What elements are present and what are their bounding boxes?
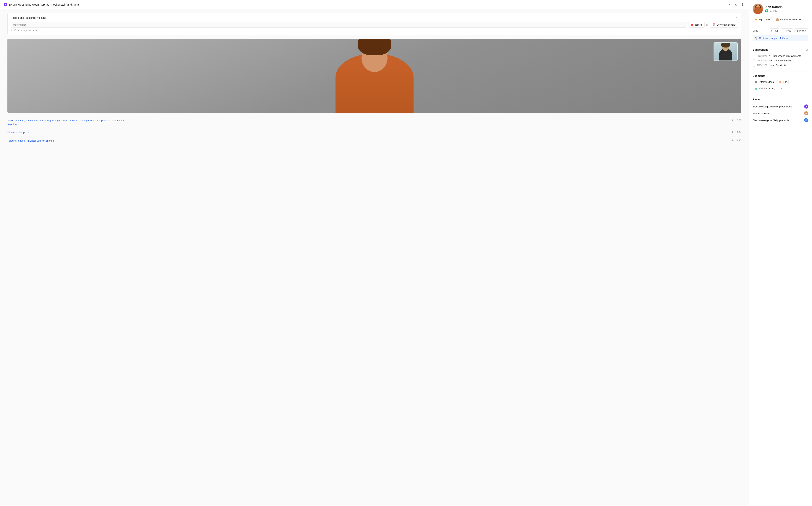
video-main — [7, 38, 741, 113]
recent-avatar-1: A — [804, 104, 808, 108]
suggestion-circle-icon-1 — [753, 55, 755, 57]
person-avatar-icon — [776, 18, 779, 21]
segments-grid: ▦ Enterprise Plan ▦ VIP ▦ 30-100M fundin… — [753, 80, 808, 91]
transcript-area: Public roadmap, each one of them is requ… — [7, 116, 741, 149]
record-card-header: Record and transcribe meeting ✕ — [11, 16, 738, 20]
content-area: Record and transcribe meeting ✕ Record o… — [0, 9, 749, 506]
expand-button[interactable]: ∧ — [733, 2, 738, 7]
video-thumbnail — [714, 42, 738, 61]
record-input-row: Record or 📅 Connect calendar — [11, 22, 738, 28]
divider-2 — [753, 44, 808, 44]
meeting-link-input[interactable] — [11, 22, 687, 28]
company-logo-icon: M — [765, 9, 768, 12]
suggestion-circle-icon-2 — [753, 59, 755, 62]
header-bar: ● 30 Min Meeting between Raphael Flecken… — [0, 0, 749, 9]
transcript-time-1: 12:38 — [732, 119, 741, 121]
priority-label: High priority — [758, 18, 770, 21]
recent-text-3: Slack message in #tixity-productla — [753, 119, 804, 122]
link-section: Link 🏷 Tag ✓ Issue ▦ Project 🏠 Customer … — [753, 28, 808, 41]
play-icon-1 — [732, 119, 734, 121]
video-container — [7, 38, 741, 113]
link-section-header: Link 🏷 Tag ✓ Issue ▦ Project — [753, 28, 808, 33]
suggestion-item-3[interactable]: PRO-2160 Hover Shortcuts — [753, 63, 808, 68]
linked-item[interactable]: 🏠 Customer support platform — [753, 35, 808, 41]
segment-enterprise[interactable]: ▦ Enterprise Plan — [753, 80, 776, 84]
recent-item-3[interactable]: Slack message in #tixity-productla M — [753, 117, 808, 124]
right-sidebar: Ann-Kathrin M Mintlify High priority Rap… — [749, 0, 812, 506]
person-badge[interactable]: Raphael Fleckenstein — [774, 17, 803, 22]
priority-icon — [755, 18, 757, 21]
transcript-time-3: 21:17 — [732, 139, 741, 142]
recent-text-1: Slack message in #tixity-productlane — [753, 105, 804, 108]
transcript-time-2: 14:44 — [732, 131, 741, 134]
tag-button[interactable]: 🏷 Tag — [769, 28, 780, 33]
segments-section: Segments ▦ Enterprise Plan ▦ VIP ▦ 30-10… — [753, 74, 808, 91]
add-segment-button[interactable]: + — [779, 86, 784, 91]
or-separator: or — [706, 23, 708, 26]
suggestions-title: Suggestions — [753, 48, 768, 51]
recent-avatar-2: W — [804, 111, 808, 115]
more-options-button[interactable]: ⋮ — [740, 2, 745, 7]
suggestions-collapse-button[interactable]: ∧ — [806, 48, 808, 52]
issue-icon: ✓ — [783, 29, 785, 32]
segments-title: Segments — [753, 74, 808, 77]
close-button[interactable]: ✕ — [735, 16, 738, 20]
transcript-item-2[interactable]: Whatsapp Support? 14:44 — [7, 129, 741, 137]
meeting-icon: ● — [4, 3, 7, 6]
header-title-row: ● 30 Min Meeting between Raphael Flecken… — [4, 3, 79, 6]
calendar-icon: 📅 — [713, 23, 716, 26]
transcript-item-3[interactable]: Feature Request: In Linear you can chang… — [7, 137, 741, 145]
thumbnail-bg — [714, 43, 737, 61]
recent-section: Recent Slack message in #tixity-productl… — [753, 98, 808, 124]
segment-funding[interactable]: ▦ 30-100M funding — [753, 86, 777, 91]
recent-item-1[interactable]: Slack message in #tixity-productlane A — [753, 103, 808, 110]
contact-header: Ann-Kathrin M Mintlify — [753, 4, 808, 14]
enterprise-icon: ▦ — [755, 81, 757, 83]
header-actions: ∨ ∧ ⋮ — [727, 2, 745, 7]
suggestion-id-2: PRO-2160 — [757, 59, 767, 62]
priority-badge[interactable]: High priority — [753, 17, 772, 22]
home-icon: 🏠 — [755, 36, 758, 39]
segment-vip-label: VIP — [783, 81, 787, 83]
segment-enterprise-label: Enterprise Plan — [758, 81, 774, 83]
vip-icon: ▦ — [779, 81, 782, 83]
suggestion-text-2: Add slash commands — [769, 59, 792, 62]
contact-name: Ann-Kathrin — [765, 5, 808, 9]
issue-button[interactable]: ✓ Issue — [781, 28, 793, 33]
segment-vip[interactable]: ▦ VIP — [777, 80, 789, 84]
recordings-count: 0 / 10 recordings this month — [11, 29, 738, 32]
suggestions-section: Suggestions ∧ PRO-3249 AI Suggestions im… — [753, 48, 808, 68]
funding-icon: ▦ — [755, 87, 757, 90]
transcript-item-1[interactable]: Public roadmap, each one of them is requ… — [7, 116, 741, 129]
person-label: Raphael Fleckenstein — [780, 18, 801, 21]
collapse-button[interactable]: ∨ — [727, 2, 732, 7]
project-icon: ▦ — [796, 29, 799, 32]
person-hair — [358, 38, 391, 55]
tag-icon: 🏷 — [771, 29, 773, 32]
divider-4 — [753, 95, 808, 95]
suggestion-text-3: Hover Shortcuts — [769, 64, 786, 67]
suggestion-text-1: AI Suggestions improvements — [769, 55, 801, 57]
suggestion-id-1: PRO-3249 — [757, 55, 767, 57]
record-card: Record and transcribe meeting ✕ Record o… — [7, 13, 741, 35]
meta-row: High priority Raphael Fleckenstein — [753, 17, 808, 22]
contact-info: Ann-Kathrin M Mintlify — [765, 5, 808, 12]
transcript-text-1: Public roadmap, each one of them is requ… — [7, 119, 126, 126]
recent-text-2: Widget feedback — [753, 112, 804, 115]
link-section-title: Link — [753, 30, 758, 32]
suggestion-item-2[interactable]: PRO-2160 Add slash commands — [753, 58, 808, 63]
recent-item-2[interactable]: Widget feedback W — [753, 110, 808, 117]
suggestion-id-3: PRO-2160 — [757, 64, 767, 67]
suggestion-item-1[interactable]: PRO-3249 AI Suggestions improvements — [753, 54, 808, 58]
recent-avatar-3: M — [804, 118, 808, 122]
segment-funding-label: 30-100M funding — [758, 87, 775, 90]
connect-calendar-button[interactable]: 📅 Connect calendar — [709, 22, 738, 28]
project-label: Project — [799, 29, 806, 32]
suggestion-circle-icon-3 — [753, 64, 755, 67]
connect-calendar-label: Connect calendar — [717, 23, 736, 26]
project-button[interactable]: ▦ Project — [794, 28, 808, 33]
record-card-title: Record and transcribe meeting — [11, 16, 46, 19]
record-button[interactable]: Record — [688, 22, 704, 28]
divider-1 — [753, 25, 808, 25]
linked-item-text: Customer support platform — [759, 37, 788, 39]
